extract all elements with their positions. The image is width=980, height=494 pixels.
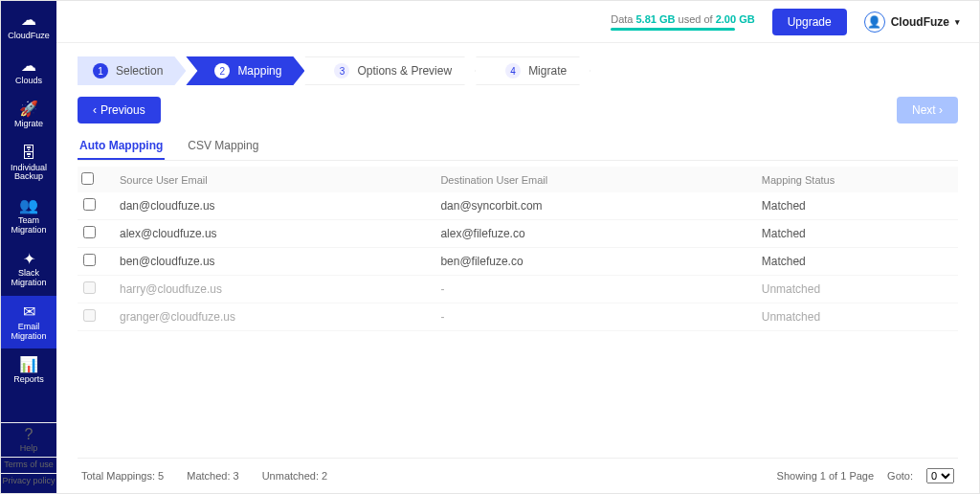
cell-source: granger@cloudfuze.us xyxy=(120,310,440,324)
topbar: Data 5.81 GB used of 2.00 GB Upgrade 👤 C… xyxy=(56,1,979,43)
archive-icon: 🗄 xyxy=(21,145,36,162)
col-status: Mapping Status xyxy=(762,174,954,186)
sidebar-item-privacy[interactable]: Privacy policy xyxy=(1,473,56,489)
goto-label: Goto: xyxy=(887,470,913,482)
sidebar-item-label: Privacy policy xyxy=(2,477,55,486)
data-usage-prefix: Data xyxy=(611,13,635,25)
cell-status: Matched xyxy=(762,227,954,240)
user-avatar-icon: 👤 xyxy=(864,11,885,33)
sidebar-item-label: Slack Migration xyxy=(11,269,46,288)
step-label: Migrate xyxy=(528,64,567,78)
step-number: 1 xyxy=(93,63,108,79)
sidebar-item-label: Migrate xyxy=(14,120,43,129)
table-footer: Total Mappings: 5 Matched: 3 Unmatched: … xyxy=(78,458,958,493)
cell-dest: dan@syncorbit.com xyxy=(440,199,761,213)
next-button[interactable]: Next › xyxy=(897,97,958,124)
row-checkbox[interactable] xyxy=(83,254,96,266)
sidebar-item-reports[interactable]: 📊 Reports xyxy=(1,348,56,392)
unmatched-count: Unmatched: 2 xyxy=(262,470,328,482)
previous-button[interactable]: ‹ Previous xyxy=(78,97,161,124)
help-icon: ? xyxy=(25,426,33,443)
cell-dest: - xyxy=(440,282,761,296)
slack-icon: ✦ xyxy=(23,251,35,268)
step-label: Mapping xyxy=(237,64,281,78)
col-source: Source User Email xyxy=(120,174,440,186)
mapping-tabs: Auto Mappping CSV Mapping xyxy=(78,133,958,161)
sidebar-item-individual-backup[interactable]: 🗄 Individual Backup xyxy=(1,137,56,190)
step-mapping[interactable]: 2 Mapping xyxy=(186,56,304,85)
data-usage-total: 2.00 GB xyxy=(716,13,755,25)
row-checkbox[interactable] xyxy=(83,226,96,238)
sidebar-item-terms[interactable]: Terms of use xyxy=(1,457,56,473)
cell-dest: alex@filefuze.co xyxy=(440,227,761,240)
user-name: CloudFuze xyxy=(891,15,949,29)
cell-source: harry@cloudfuze.us xyxy=(120,282,440,296)
step-selection[interactable]: 1 Selection xyxy=(78,56,186,85)
row-checkbox[interactable] xyxy=(83,309,96,322)
step-label: Options & Preview xyxy=(357,64,452,78)
cloud-icon: ☁ xyxy=(21,57,36,75)
sidebar: ☁ CloudFuze ☁ Clouds 🚀 Migrate 🗄 Individ… xyxy=(1,1,56,493)
table-row: harry@cloudfuze.us-Unmatched xyxy=(78,276,958,303)
sidebar-item-label: Terms of use xyxy=(4,460,54,470)
cell-source: ben@cloudfuze.us xyxy=(120,255,440,268)
report-icon: 📊 xyxy=(19,356,38,373)
chevron-down-icon: ▾ xyxy=(955,17,960,27)
table-body: dan@cloudfuze.usdan@syncorbit.comMatched… xyxy=(78,192,958,331)
table-header: Source User Email Destination User Email… xyxy=(78,167,958,192)
step-number: 2 xyxy=(214,63,230,79)
goto-page-select[interactable]: 0 xyxy=(926,468,954,483)
step-label: Selection xyxy=(116,64,163,78)
cell-status: Unmatched xyxy=(762,310,954,324)
chevron-left-icon: ‹ xyxy=(93,103,97,117)
row-checkbox[interactable] xyxy=(83,281,96,294)
sidebar-item-email-migration[interactable]: ✉ Email Migration xyxy=(1,296,56,348)
sidebar-item-help[interactable]: ? Help xyxy=(1,422,56,457)
table-row: alex@cloudfuze.usalex@filefuze.coMatched xyxy=(78,220,958,248)
sidebar-item-slack-migration[interactable]: ✦ Slack Migration xyxy=(1,243,56,296)
step-migrate[interactable]: 4 Migrate xyxy=(476,56,590,85)
sidebar-item-migrate[interactable]: 🚀 Migrate xyxy=(1,93,56,136)
main: Data 5.81 GB used of 2.00 GB Upgrade 👤 C… xyxy=(56,1,979,493)
matched-count: Matched: 3 xyxy=(187,470,238,482)
cell-status: Unmatched xyxy=(762,282,954,296)
envelope-icon: ✉ xyxy=(23,303,35,321)
cell-status: Matched xyxy=(762,255,954,268)
step-number: 3 xyxy=(334,63,349,79)
sidebar-item-label: Email Migration xyxy=(11,323,46,342)
pager-text: Showing 1 of 1 Page xyxy=(777,470,875,482)
tab-csv-mapping[interactable]: CSV Mapping xyxy=(186,133,260,160)
cloud-icon: ☁ xyxy=(21,11,36,29)
sidebar-item-label: Reports xyxy=(13,375,44,385)
sidebar-item-team-migration[interactable]: 👥 Team Migration xyxy=(1,190,56,242)
cell-status: Matched xyxy=(762,199,954,213)
data-usage-mid: used of xyxy=(679,13,716,25)
next-label: Next xyxy=(912,103,936,117)
step-options-preview[interactable]: 3 Options & Preview xyxy=(304,56,476,85)
sidebar-item-label: Team Migration xyxy=(11,216,46,236)
select-all-checkbox[interactable] xyxy=(81,172,94,185)
upgrade-button[interactable]: Upgrade xyxy=(772,9,847,35)
row-checkbox[interactable] xyxy=(83,198,96,211)
mapping-table: Source User Email Destination User Email… xyxy=(78,167,958,458)
col-dest: Destination User Email xyxy=(440,174,761,186)
brand-name: CloudFuze xyxy=(8,31,50,40)
previous-label: Previous xyxy=(100,103,145,117)
table-row: ben@cloudfuze.usben@filefuze.coMatched xyxy=(78,248,958,276)
cell-source: alex@cloudfuze.us xyxy=(120,227,440,240)
stepper: 1 Selection 2 Mapping 3 Options & Previe… xyxy=(78,56,958,85)
rocket-icon: 🚀 xyxy=(19,101,38,118)
data-usage-used: 5.81 GB xyxy=(636,13,676,25)
cell-dest: ben@filefuze.co xyxy=(440,255,761,268)
sidebar-item-label: Clouds xyxy=(15,77,42,86)
tab-auto-mapping[interactable]: Auto Mappping xyxy=(78,133,165,160)
table-row: dan@cloudfuze.usdan@syncorbit.comMatched xyxy=(78,192,958,220)
user-menu[interactable]: 👤 CloudFuze ▾ xyxy=(864,11,960,33)
table-row: granger@cloudfuze.us-Unmatched xyxy=(78,303,958,331)
cell-source: dan@cloudfuze.us xyxy=(120,199,440,213)
step-number: 4 xyxy=(505,63,521,79)
sidebar-item-clouds[interactable]: ☁ Clouds xyxy=(1,50,56,93)
data-usage: Data 5.81 GB used of 2.00 GB xyxy=(611,13,754,31)
total-mappings: Total Mappings: 5 xyxy=(81,470,164,482)
cell-dest: - xyxy=(440,310,761,324)
